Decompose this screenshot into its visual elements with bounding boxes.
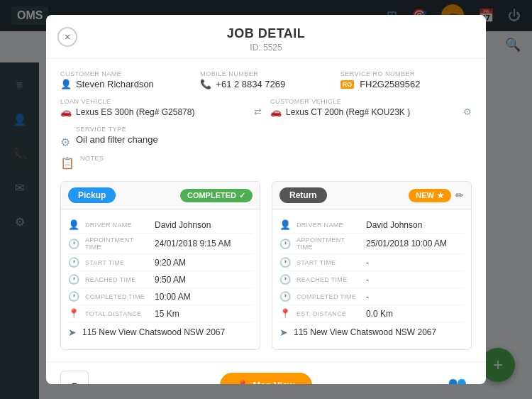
return-panel: Return NEW ★ ✏ 👤 DRIVER NAME (272, 181, 472, 350)
return-driver-value: David Johnson (366, 220, 422, 230)
pickup-reached-label: REACHED TIME (85, 276, 149, 283)
customer-name-value: 👤 Steven Richardson (60, 79, 192, 89)
customer-vehicle-label: CUSTOMER VEHICLE (270, 98, 472, 105)
tabs-container: Pickup COMPLETED ✓ 👤 DRIVER NAME David J… (60, 181, 472, 350)
pickup-appointment-value: 24/01/2018 9:15 AM (155, 239, 231, 248)
service-type-value: Oil and filter change (76, 134, 158, 145)
pickup-tab-label[interactable]: Pickup (68, 187, 116, 203)
service-type-label: SERVICE TYPE (76, 126, 158, 133)
checkmark-icon: ✓ (239, 191, 245, 200)
return-distance-row: 📍 EST. DISTANCE 0.0 Km (279, 305, 464, 322)
pickup-driver-row: 👤 DRIVER NAME David Johnson (68, 217, 253, 234)
location-icon-1: 📍 (68, 308, 79, 319)
job-detail-modal: × JOB DETAIL ID: 5525 CUSTOMER NAME 👤 St… (46, 15, 486, 384)
pickup-start-label: START TIME (85, 259, 149, 266)
return-address-row: ➤ 115 New View Chatswood NSW 2067 (279, 322, 464, 342)
return-appointment-row: 🕐 APPOINTMENT TIME 25/01/2018 10:00 AM (279, 234, 464, 254)
customer-name-field: CUSTOMER NAME 👤 Steven Richardson (60, 70, 192, 89)
ro-badge: RO (340, 80, 355, 89)
car-customer-icon: 🚗 (270, 106, 282, 117)
return-driver-row: 👤 DRIVER NAME David Johnson (279, 217, 464, 234)
pickup-distance-value: 15 Km (155, 309, 179, 319)
person-icon: 👤 (60, 79, 72, 89)
notes-row: 📋 NOTES (60, 155, 472, 170)
pickup-start-row: 🕐 START TIME 9:20 AM (68, 254, 253, 271)
pickup-reached-row: 🕐 REACHED TIME 9:50 AM (68, 271, 253, 288)
notes-icon: 📋 (60, 156, 74, 170)
clock-icon-7: 🕐 (279, 274, 291, 285)
return-driver-label: DRIVER NAME (297, 222, 360, 229)
pickup-status-badge: COMPLETED ✓ (180, 189, 253, 202)
pickup-distance-label: TOTAL DISTANCE (85, 310, 149, 317)
service-type-row: ⚙ SERVICE TYPE Oil and filter change (60, 126, 472, 149)
return-completed-value: - (366, 292, 369, 302)
pickup-address-value: 115 New View Chatswood NSW 2067 (82, 327, 225, 337)
pickup-driver-label: DRIVER NAME (85, 222, 149, 229)
pickup-driver-value: David Johnson (155, 220, 211, 230)
return-distance-value: 0.0 Km (366, 309, 393, 319)
pickup-completed-row: 🕐 COMPLETED TIME 10:00 AM (68, 288, 253, 305)
return-address-value: 115 New View Chatswood NSW 2067 (294, 327, 436, 337)
gear-icon: ⚙ (60, 136, 70, 149)
mobile-value: 📞 +61 2 8834 7269 (200, 79, 331, 89)
clock-icon-8: 🕐 (279, 291, 291, 302)
pickup-appointment-row: 🕐 APPOINTMENT TIME 24/01/2018 9:15 AM (68, 234, 253, 254)
return-distance-label: EST. DISTANCE (297, 310, 360, 317)
customer-name-label: CUSTOMER NAME (60, 70, 192, 77)
map-view-button[interactable]: 📍 Map View (220, 373, 311, 385)
assign-driver-button[interactable]: 👥 (443, 371, 472, 384)
list-view-button[interactable]: ≡ (60, 371, 89, 384)
return-appointment-label: APPOINTMENT TIME (297, 236, 360, 251)
modal-id: ID: 5525 (60, 43, 472, 53)
vehicle-settings-icon: ⚙ (463, 106, 472, 117)
list-icon: ≡ (72, 380, 77, 385)
modal-footer: ≡ 📍 Map View 👥 (46, 361, 486, 384)
star-icon: ★ (437, 191, 444, 200)
driver-icon-2: 👤 (279, 219, 291, 230)
pickup-address-row: ➤ 115 New View Chatswood NSW 2067 (68, 322, 253, 342)
customer-vehicle-field: CUSTOMER VEHICLE 🚗 Lexus CT 200h (Reg# K… (270, 98, 472, 117)
return-appointment-value: 25/01/2018 10:00 AM (366, 239, 447, 248)
service-type-field: SERVICE TYPE Oil and filter change (76, 126, 158, 145)
pickup-panel: Pickup COMPLETED ✓ 👤 DRIVER NAME David J… (60, 181, 260, 350)
return-tab-label[interactable]: Return (279, 187, 327, 203)
loan-vehicle-field: LOAN VEHICLE 🚗 Lexus ES 300h (Reg# G2587… (60, 98, 262, 117)
pickup-distance-row: 📍 TOTAL DISTANCE 15 Km (68, 305, 253, 322)
customer-vehicle-value: 🚗 Lexus CT 200h (Reg# KOU23K ) ⚙ (270, 106, 472, 117)
return-start-label: START TIME (297, 259, 360, 266)
vehicle-grid: LOAN VEHICLE 🚗 Lexus ES 300h (Reg# G2587… (60, 98, 472, 117)
notes-label: NOTES (80, 155, 104, 162)
close-button[interactable]: × (57, 27, 77, 47)
return-start-row: 🕐 START TIME - (279, 254, 464, 271)
pickup-tab-header: Pickup COMPLETED ✓ (61, 182, 260, 209)
edit-icon[interactable]: ✏ (455, 190, 464, 201)
pickup-completed-label: COMPLETED TIME (85, 293, 149, 300)
car-loan-icon: 🚗 (60, 106, 72, 117)
return-reached-label: REACHED TIME (297, 276, 360, 283)
swap-icon: ⇄ (254, 106, 262, 117)
return-status-badge: NEW ★ (409, 189, 451, 202)
pickup-reached-value: 9:50 AM (155, 275, 186, 285)
clock-icon-4: 🕐 (68, 291, 79, 302)
clock-icon-3: 🕐 (68, 274, 79, 285)
modal-overlay: × JOB DETAIL ID: 5525 CUSTOMER NAME 👤 St… (0, 0, 532, 399)
return-tab-header: Return NEW ★ ✏ (272, 182, 471, 209)
driver-icon: 👤 (68, 219, 79, 230)
nav-icon-1: ➤ (68, 327, 77, 338)
modal-title: JOB DETAIL (60, 26, 472, 41)
return-reached-value: - (366, 275, 369, 285)
pickup-appointment-label: APPOINTMENT TIME (85, 236, 149, 251)
mobile-field: MOBILE NUMBER 📞 +61 2 8834 7269 (200, 70, 331, 89)
assign-icon: 👥 (448, 376, 467, 384)
return-completed-row: 🕐 COMPLETED TIME - (279, 288, 464, 305)
pickup-content: 👤 DRIVER NAME David Johnson 🕐 APPOINTMEN… (61, 209, 260, 349)
loan-vehicle-value: 🚗 Lexus ES 300h (Reg# G25878) ⇄ (60, 106, 262, 117)
modal-body: CUSTOMER NAME 👤 Steven Richardson MOBILE… (46, 59, 486, 361)
customer-info-grid: CUSTOMER NAME 👤 Steven Richardson MOBILE… (60, 70, 472, 89)
clock-icon-6: 🕐 (279, 257, 291, 268)
map-pin-icon: 📍 (237, 380, 248, 385)
pickup-start-value: 9:20 AM (155, 258, 186, 268)
clock-icon-5: 🕐 (279, 239, 291, 249)
clock-icon-1: 🕐 (68, 239, 79, 249)
return-content: 👤 DRIVER NAME David Johnson 🕐 APPOINTMEN… (272, 209, 471, 349)
